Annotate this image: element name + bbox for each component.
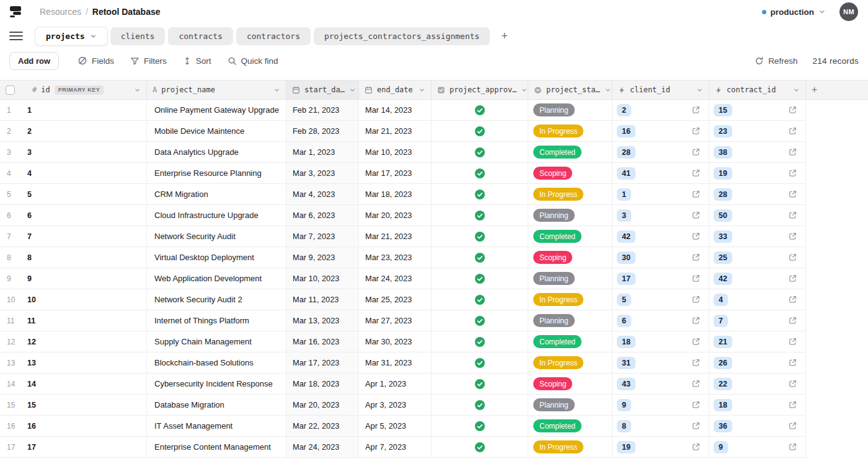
end-date-cell[interactable]: Mar 20, 2023 [359, 205, 432, 225]
id-cell[interactable]: 13 13 [0, 352, 147, 373]
external-link-icon[interactable] [691, 105, 701, 115]
chevron-down-icon[interactable] [696, 87, 703, 94]
add-table-button[interactable]: + [497, 30, 512, 43]
project-name-cell[interactable]: Cybersecurity Incident Response [147, 374, 286, 394]
external-link-icon[interactable] [691, 379, 701, 388]
external-link-icon[interactable] [788, 442, 797, 452]
refresh-button[interactable]: Refresh [755, 56, 797, 66]
contract-id-cell[interactable]: 28 [709, 184, 806, 204]
contract-id-chip[interactable]: 7 [714, 315, 728, 327]
column-header-id[interactable]: # id PRIMARY KEY [0, 81, 147, 99]
end-date-cell[interactable]: Mar 31, 2023 [359, 352, 432, 373]
start-date-cell[interactable]: Mar 6, 2023 [286, 205, 359, 225]
chevron-down-icon[interactable] [604, 87, 611, 94]
project-approved-cell[interactable] [432, 247, 528, 268]
contract-id-cell[interactable]: 36 [709, 416, 806, 436]
contract-id-cell[interactable]: 19 [709, 163, 806, 183]
id-cell[interactable]: 2 2 [0, 121, 147, 141]
project-approved-cell[interactable] [432, 121, 528, 141]
external-link-icon[interactable] [788, 190, 797, 199]
project-name-cell[interactable]: Enterprise Content Management [147, 437, 286, 457]
chevron-down-icon[interactable] [134, 87, 141, 94]
tab-projects[interactable]: projects [35, 27, 107, 45]
project-status-cell[interactable]: Completed [528, 142, 613, 162]
id-cell[interactable]: 6 6 [0, 205, 147, 225]
breadcrumb-resources-link[interactable]: Resources [40, 7, 81, 17]
environment-selector[interactable]: production [762, 7, 826, 17]
project-name-cell[interactable]: Data Analytics Upgrade [147, 142, 286, 162]
project-approved-cell[interactable] [432, 268, 528, 289]
end-date-cell[interactable]: Mar 27, 2023 [359, 310, 432, 331]
start-date-cell[interactable]: Mar 1, 2023 [286, 142, 359, 162]
external-link-icon[interactable] [788, 253, 797, 262]
project-name-cell[interactable]: Network Security Audit [147, 226, 286, 247]
external-link-icon[interactable] [691, 147, 701, 157]
external-link-icon[interactable] [788, 105, 797, 115]
contract-id-cell[interactable]: 4 [709, 289, 806, 310]
end-date-cell[interactable]: Mar 21, 2023 [359, 121, 432, 141]
project-status-cell[interactable]: Scoping [528, 374, 613, 394]
client-id-cell[interactable]: 1 [613, 184, 709, 204]
chevron-down-icon[interactable] [273, 87, 280, 94]
client-id-chip[interactable]: 16 [617, 125, 636, 138]
project-status-cell[interactable]: Planning [528, 205, 613, 225]
external-link-icon[interactable] [788, 421, 797, 431]
start-date-cell[interactable]: Mar 18, 2023 [286, 374, 359, 394]
project-status-cell[interactable]: Completed [528, 331, 613, 352]
start-date-cell[interactable]: Mar 24, 2023 [286, 437, 359, 457]
project-name-cell[interactable]: Supply Chain Management [147, 331, 286, 352]
project-status-cell[interactable]: In Progress [528, 437, 613, 457]
contract-id-cell[interactable]: 22 [709, 374, 806, 394]
contract-id-chip[interactable]: 25 [714, 251, 732, 264]
filters-button[interactable]: Filters [130, 56, 167, 66]
project-name-cell[interactable]: IT Asset Management [147, 416, 286, 436]
external-link-icon[interactable] [691, 316, 701, 325]
project-status-cell[interactable]: Planning [528, 100, 613, 120]
id-cell[interactable]: 8 8 [0, 247, 147, 268]
project-approved-cell[interactable] [432, 437, 528, 457]
project-approved-cell[interactable] [432, 205, 528, 225]
sort-button[interactable]: Sort [183, 56, 211, 66]
id-cell[interactable]: 17 17 [0, 437, 147, 457]
project-name-cell[interactable]: Web Application Development [147, 268, 286, 289]
external-link-icon[interactable] [788, 400, 797, 409]
contract-id-chip[interactable]: 21 [714, 336, 732, 348]
external-link-icon[interactable] [691, 190, 701, 199]
client-id-chip[interactable]: 2 [617, 104, 631, 116]
external-link-icon[interactable] [691, 168, 701, 178]
project-status-cell[interactable]: Completed [528, 416, 613, 436]
start-date-cell[interactable]: Mar 11, 2023 [286, 289, 359, 310]
id-cell[interactable]: 5 5 [0, 184, 147, 204]
start-date-cell[interactable]: Mar 9, 2023 [286, 247, 359, 268]
project-approved-cell[interactable] [432, 184, 528, 204]
project-status-cell[interactable]: Completed [528, 226, 613, 247]
client-id-chip[interactable]: 18 [617, 336, 636, 348]
project-name-cell[interactable]: Virtual Desktop Deployment [147, 247, 286, 268]
project-approved-cell[interactable] [432, 374, 528, 394]
external-link-icon[interactable] [691, 421, 701, 431]
end-date-cell[interactable]: Apr 5, 2023 [359, 416, 432, 436]
contract-id-cell[interactable]: 42 [709, 268, 806, 289]
external-link-icon[interactable] [788, 211, 797, 220]
end-date-cell[interactable]: Apr 7, 2023 [359, 437, 432, 457]
end-date-cell[interactable]: Mar 21, 2023 [359, 226, 432, 247]
client-id-chip[interactable]: 9 [617, 399, 631, 411]
id-cell[interactable]: 1 1 [0, 100, 147, 120]
end-date-cell[interactable]: Mar 14, 2023 [359, 100, 432, 120]
start-date-cell[interactable]: Feb 21, 2023 [286, 100, 359, 120]
id-cell[interactable]: 16 16 [0, 416, 147, 436]
external-link-icon[interactable] [691, 253, 701, 262]
client-id-chip[interactable]: 31 [617, 357, 636, 369]
client-id-chip[interactable]: 43 [617, 378, 636, 390]
column-header-project-approved[interactable]: project_approv… [432, 81, 528, 99]
project-status-cell[interactable]: In Progress [528, 289, 613, 310]
client-id-chip[interactable]: 41 [617, 167, 636, 180]
project-approved-cell[interactable] [432, 416, 528, 436]
client-id-cell[interactable]: 5 [613, 289, 709, 310]
id-cell[interactable]: 10 10 [0, 289, 147, 310]
client-id-cell[interactable]: 6 [613, 310, 709, 331]
end-date-cell[interactable]: Apr 1, 2023 [359, 374, 432, 394]
start-date-cell[interactable]: Mar 7, 2023 [286, 226, 359, 247]
client-id-cell[interactable]: 30 [613, 247, 709, 268]
fields-button[interactable]: Fields [78, 56, 114, 66]
